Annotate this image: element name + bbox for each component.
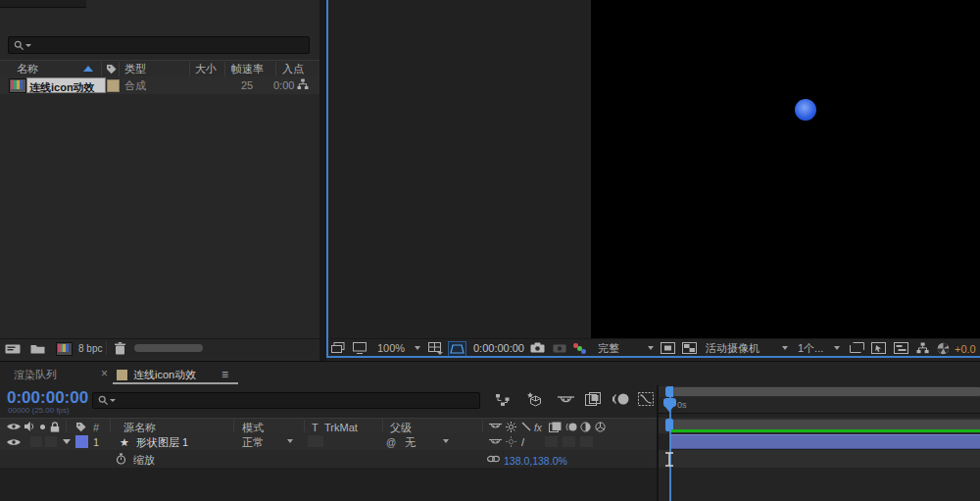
parent-dropdown[interactable]: 无	[405, 437, 416, 448]
playhead-line[interactable]	[669, 397, 671, 501]
search-options-chevron-icon[interactable]	[110, 399, 116, 402]
quality-switch-icon[interactable]	[521, 422, 531, 431]
column-divider[interactable]	[189, 62, 190, 76]
column-header-mode[interactable]: 模式	[242, 423, 264, 433]
flowchart-icon[interactable]	[916, 342, 929, 354]
close-icon[interactable]: ×	[101, 367, 108, 380]
always-preview-icon[interactable]	[331, 342, 345, 354]
column-divider[interactable]	[101, 62, 102, 76]
blend-mode-dropdown[interactable]: 正常	[242, 437, 264, 448]
navigator-start-handle[interactable]	[665, 386, 673, 397]
camera-view-chevron-icon[interactable]	[782, 346, 788, 350]
time-ruler[interactable]: 0s	[659, 397, 980, 414]
collapse-transformations-icon[interactable]	[506, 422, 516, 432]
new-composition-icon[interactable]	[56, 342, 73, 356]
property-name-scale[interactable]: 缩放	[133, 455, 155, 466]
safe-margins-icon[interactable]	[448, 341, 466, 357]
timeline-search-input[interactable]	[92, 392, 480, 409]
constrain-proportions-link-icon[interactable]	[487, 455, 500, 463]
primary-viewer-icon[interactable]	[353, 342, 367, 354]
parent-pickwhip-icon[interactable]: @	[386, 437, 396, 448]
view-layout-icon[interactable]	[850, 342, 864, 353]
column-header-name[interactable]: 名称	[17, 64, 38, 75]
parent-chevron-icon[interactable]	[443, 439, 449, 443]
column-header-trkmat[interactable]: TrkMat	[324, 423, 358, 433]
tab-render-queue[interactable]: 渲染队列	[14, 370, 57, 380]
new-folder-icon[interactable]	[30, 343, 45, 354]
timeline-empty-left[interactable]	[0, 468, 657, 501]
motion-blur-switch-icon[interactable]	[565, 422, 577, 432]
audio-switch-cell[interactable]	[30, 436, 42, 447]
item-label-swatch[interactable]	[107, 79, 120, 92]
bit-depth-button[interactable]: 8 bpc	[78, 344, 102, 354]
panel-gap[interactable]	[319, 0, 326, 361]
project-item-row[interactable]: 连线icon动效 合成 25 0:00	[0, 76, 319, 94]
interpret-footage-icon[interactable]	[5, 344, 21, 354]
frame-blending-icon[interactable]	[585, 392, 602, 406]
frame-blend-switch-icon[interactable]	[549, 422, 562, 432]
layer-duration-bar[interactable]	[670, 434, 980, 449]
timeline-empty-right[interactable]	[659, 468, 980, 501]
shy-layers-icon[interactable]	[558, 395, 574, 405]
column-divider[interactable]	[275, 62, 276, 76]
search-options-chevron-icon[interactable]	[25, 44, 31, 47]
column-header-size[interactable]: 大小	[195, 64, 217, 75]
fast-previews-icon[interactable]	[871, 342, 886, 354]
reset-exposure-icon[interactable]	[937, 342, 950, 355]
adjustment-layer-switch-icon[interactable]	[580, 422, 591, 432]
solo-icon[interactable]	[40, 425, 45, 429]
column-header-t[interactable]: T	[312, 423, 318, 433]
property-row-scale[interactable]: 缩放 138.0,138.0%	[0, 450, 657, 468]
layer-collapse-switch[interactable]	[506, 436, 516, 447]
time-navigator-bar[interactable]	[673, 387, 980, 396]
motion-blur-icon[interactable]	[612, 392, 629, 406]
snapshot-camera-icon[interactable]	[530, 342, 545, 353]
column-header-label-icon[interactable]	[106, 64, 117, 75]
shy-switch-icon[interactable]	[489, 423, 502, 430]
sort-ascending-icon[interactable]	[83, 66, 93, 72]
label-column-icon[interactable]	[75, 422, 86, 432]
playhead-head-triangle[interactable]	[664, 406, 674, 412]
eye-icon[interactable]	[7, 438, 21, 446]
item-name-edit-box[interactable]: 连线icon动效	[26, 77, 106, 93]
timeline-panel-icon[interactable]	[894, 342, 908, 354]
trash-icon[interactable]	[115, 342, 125, 355]
exposure-value[interactable]: +0.0	[955, 343, 976, 355]
audio-icon[interactable]	[24, 422, 35, 431]
resolution-chevron-icon[interactable]	[648, 346, 654, 350]
column-header-type[interactable]: 类型	[124, 64, 146, 75]
time-navigator-track[interactable]	[659, 386, 980, 397]
layer-switch-cell[interactable]	[545, 436, 558, 447]
panel-menu-icon[interactable]: ≡	[221, 368, 228, 381]
transparency-grid-icon[interactable]	[682, 342, 697, 354]
scale-value[interactable]: 138.0,138.0%	[504, 455, 567, 467]
resolution-value[interactable]: 完整	[598, 343, 619, 354]
column-divider[interactable]	[119, 62, 120, 76]
trkmat-cell[interactable]	[308, 435, 323, 447]
region-of-interest-icon[interactable]	[661, 342, 675, 354]
horizontal-scrollbar-thumb[interactable]	[134, 344, 203, 352]
current-time-display[interactable]: 0:00:00:00	[7, 388, 88, 408]
draft-3d-icon[interactable]	[527, 392, 544, 407]
layer-quality-switch[interactable]: /	[521, 436, 524, 448]
column-header-inpoint[interactable]: 入点	[282, 64, 304, 75]
column-header-number[interactable]: #	[93, 423, 99, 433]
column-divider[interactable]	[224, 62, 225, 76]
layer-switch-cell[interactable]	[580, 436, 593, 447]
viewer-timecode[interactable]: 0:00:00:00	[473, 343, 524, 354]
3d-layer-switch-icon[interactable]	[595, 422, 606, 432]
layer-switch-cell[interactable]	[563, 436, 575, 447]
blend-mode-chevron-icon[interactable]	[287, 439, 293, 443]
mini-flowchart-icon[interactable]	[495, 393, 511, 407]
eye-icon[interactable]	[7, 423, 21, 430]
composition-canvas[interactable]	[591, 0, 980, 338]
view-count-chevron-icon[interactable]	[834, 346, 840, 350]
column-header-source-name[interactable]: 源名称	[123, 423, 156, 433]
camera-view-value[interactable]: 活动摄像机	[706, 343, 760, 354]
grid-guides-icon[interactable]	[428, 342, 442, 354]
column-header-parent[interactable]: 父级	[390, 423, 412, 433]
solo-switch-cell[interactable]	[45, 436, 57, 447]
tab-comp[interactable]: 连线icon动效	[133, 370, 196, 380]
view-count-value[interactable]: 1个...	[798, 343, 823, 354]
stopwatch-icon[interactable]	[116, 453, 126, 465]
